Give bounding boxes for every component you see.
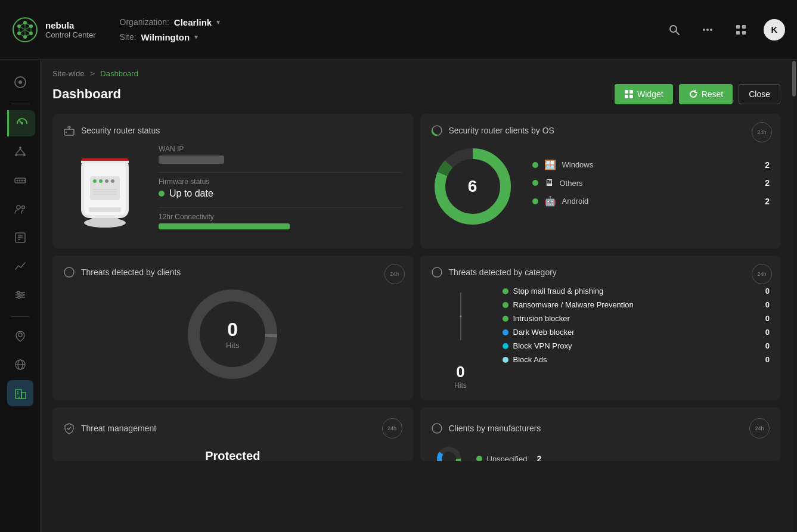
clients-mfr-header: Clients by manufacturers 24h: [431, 418, 770, 438]
legend-dot-others: [532, 180, 538, 186]
legend-item-others: 🖥 Others 2: [532, 178, 770, 188]
threat-mgmt-header: Threat management 24h: [63, 418, 402, 438]
svg-rect-72: [81, 161, 129, 163]
sidebar-item-clients[interactable]: [7, 196, 33, 222]
category-item-1: Ransomware / Malware Prevention 0: [503, 300, 770, 309]
category-list: Stop mail fraud & phishing 0 Ransomware …: [503, 287, 770, 369]
sidebar-item-network[interactable]: [7, 139, 33, 165]
organization-row: Organization: Clearlink ▾: [120, 17, 221, 27]
clients-mfr-title: Clients by manufacturers: [449, 424, 541, 433]
threat-mgmt-status: Protected: [205, 449, 260, 461]
main-layout: Site-wide > Dashboard Dashboard Widget: [0, 60, 797, 532]
sidebar-item-vpn[interactable]: [7, 351, 33, 378]
org-site-selector: Organization: Clearlink ▾ Site: Wilmingt…: [120, 17, 221, 42]
sidebar: [0, 60, 41, 532]
cat-label-2: Intrusion blocker: [513, 314, 570, 323]
site-label: Site:: [120, 32, 137, 42]
sidebar-item-overview[interactable]: [7, 69, 33, 95]
clients-os-donut: 6: [431, 145, 514, 228]
clients-mfr-legend-item: Unspecified 2: [476, 454, 542, 461]
svg-rect-56: [21, 393, 26, 399]
svg-point-77: [111, 179, 114, 183]
legend-count-others: 2: [765, 178, 770, 188]
legend-left-android: 🤖 Android: [532, 195, 589, 207]
legend-count-windows: 2: [765, 160, 770, 170]
svg-point-19: [706, 29, 709, 31]
svg-rect-62: [625, 95, 628, 98]
svg-point-26: [18, 80, 22, 84]
scrollbar-thumb[interactable]: [792, 61, 796, 97]
sidebar-item-switches[interactable]: [7, 167, 33, 194]
apps-grid-button[interactable]: [730, 19, 752, 41]
cat-dot-2: [503, 316, 508, 322]
page-title: Dashboard: [52, 86, 121, 102]
connectivity-label: 12hr Connectivity: [159, 213, 402, 221]
search-button[interactable]: [663, 19, 685, 41]
sidebar-item-analytics[interactable]: [7, 253, 33, 279]
threats-clients-label: 0 Hits: [226, 319, 239, 350]
reset-button[interactable]: Reset: [679, 84, 733, 104]
clients-manufacturers-card: Clients by manufacturers 24h Unspecified…: [420, 407, 781, 461]
clients-os-total: 6: [468, 177, 477, 196]
sidebar-item-reports[interactable]: [7, 225, 33, 251]
sidebar-item-buildings[interactable]: [7, 380, 33, 406]
firmware-status-row: Up to date: [159, 188, 402, 199]
clients-os-legend: 🪟 Windows 2 🖥 Others 2: [532, 159, 770, 214]
svg-point-39: [17, 206, 20, 209]
threats-category-icon: [431, 266, 443, 278]
content-area: Site-wide > Dashboard Dashboard Widget: [41, 60, 792, 532]
cat-dot-1: [503, 302, 508, 308]
clients-mfr-inner: Unspecified 2: [431, 447, 770, 461]
nebula-logo-icon: [12, 17, 38, 43]
user-avatar[interactable]: K: [764, 19, 785, 41]
sidebar-item-location[interactable]: [7, 323, 33, 349]
cat-label-4: Block VPN Proxy: [513, 341, 572, 350]
category-item-4: Block VPN Proxy 0: [503, 341, 770, 350]
legend-label-android: Android: [562, 197, 589, 206]
card-header-os: Security router clients by OS: [431, 125, 770, 136]
svg-point-18: [703, 29, 705, 31]
card-header-threats-category: Threats detected by category: [431, 266, 770, 278]
cat-dot-3: [503, 329, 508, 335]
breadcrumb-current[interactable]: Dashboard: [100, 69, 138, 78]
clients-by-os-card: Security router clients by OS 24h: [420, 114, 781, 248]
header-actions: Widget Reset Close: [615, 84, 780, 104]
svg-point-38: [23, 180, 25, 182]
org-dropdown-arrow[interactable]: ▾: [216, 18, 220, 26]
svg-line-31: [16, 149, 20, 154]
sidebar-item-dashboard[interactable]: [7, 110, 35, 136]
cat-label-5: Block Ads: [513, 355, 547, 364]
svg-point-75: [99, 179, 103, 183]
cat-dot-5: [503, 357, 508, 363]
threat-mgmt-badge: 24h: [382, 418, 402, 438]
svg-line-10: [19, 33, 25, 37]
firmware-status-dot: [159, 191, 165, 197]
legend-item-windows: 🪟 Windows 2: [532, 159, 770, 170]
threats-clients-donut: 0 Hits: [185, 287, 280, 382]
legend-item-android: 🤖 Android 2: [532, 195, 770, 207]
router-card-title: Security router status: [81, 126, 160, 135]
threats-by-clients-card: Threats detected by clients 24h 0 Hits: [52, 256, 413, 400]
close-button[interactable]: Close: [739, 84, 780, 104]
legend-left-others: 🖥 Others: [532, 178, 583, 188]
wan-ip-field: WAN IP: [159, 145, 402, 164]
legend-dot-android: [532, 198, 538, 204]
cat-label-0: Stop mail fraud & phishing: [513, 287, 604, 295]
more-options-button[interactable]: [697, 19, 718, 41]
legend-label-others: Others: [560, 179, 583, 188]
router-image: [72, 147, 138, 236]
router-divider-2: [159, 207, 402, 208]
svg-rect-83: [90, 218, 120, 224]
category-section: 0 Hits Stop mail fraud & phishing 0: [431, 287, 770, 390]
widget-button[interactable]: Widget: [615, 84, 673, 104]
svg-rect-61: [629, 90, 633, 94]
site-dropdown-arrow[interactable]: ▾: [194, 33, 198, 41]
category-left-2: Intrusion blocker: [503, 314, 570, 323]
category-left-0: Stop mail fraud & phishing: [503, 287, 604, 295]
threat-mgmt-icon: [63, 422, 75, 434]
brand-sub: Control Center: [45, 30, 96, 39]
dashboard-grid: Security router status: [52, 114, 780, 400]
svg-point-50: [18, 296, 20, 298]
card-header-router: Security router status: [63, 125, 402, 136]
sidebar-item-settings[interactable]: [7, 282, 33, 308]
